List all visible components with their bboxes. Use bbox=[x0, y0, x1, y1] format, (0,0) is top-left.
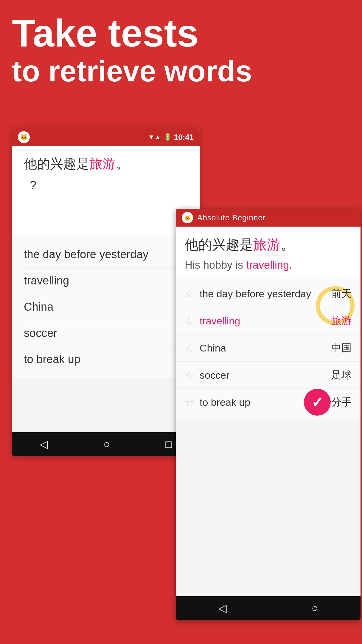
phone-left: 🐱 ▼▲ 🔋 10:41 他的兴趣是旅游。 ? the day before y… bbox=[12, 128, 200, 456]
answer-card-right: 他的兴趣是旅游。 His hobby is travelling. bbox=[176, 227, 361, 277]
star-icon-4[interactable]: ☆ bbox=[185, 369, 194, 381]
question-card-left: 他的兴趣是旅游。 ? bbox=[12, 146, 200, 236]
chinese-sentence-right: 他的兴趣是旅游。 bbox=[185, 236, 352, 254]
vocab-chinese-5: 分手 bbox=[331, 395, 352, 409]
checkmark-icon: ✓ bbox=[311, 394, 323, 411]
chinese-pre-left: 他的兴趣是 bbox=[24, 156, 89, 171]
vocab-english-2: travelling bbox=[200, 315, 325, 327]
chinese-highlight-left: 旅游 bbox=[89, 156, 116, 171]
clock-left: 10:41 bbox=[174, 133, 194, 142]
hero-line2: to retrieve words bbox=[12, 55, 350, 87]
option-2[interactable]: travelling bbox=[24, 268, 188, 294]
vocab-chinese-3: 中国 bbox=[331, 341, 352, 355]
vocab-chinese-2: 旅游 bbox=[331, 314, 352, 328]
star-icon-2[interactable]: ☆ bbox=[185, 315, 194, 327]
english-highlight: travelling bbox=[246, 259, 289, 271]
level-label: Absolute Beginner bbox=[197, 213, 265, 222]
status-bar-left: 🐱 ▼▲ 🔋 10:41 bbox=[12, 128, 200, 146]
english-post: . bbox=[289, 259, 292, 271]
vocab-item-5[interactable]: ☆ to break up ✓ 分手 bbox=[176, 389, 361, 416]
vocab-item-4[interactable]: ☆ soccer 足球 bbox=[176, 362, 361, 389]
vocab-chinese-4: 足球 bbox=[331, 368, 352, 382]
star-icon-3[interactable]: ☆ bbox=[185, 342, 194, 354]
status-icons-left: ▼▲ 🔋 10:41 bbox=[148, 133, 194, 142]
english-pre: His hobby is bbox=[185, 259, 246, 271]
vocab-item-1[interactable]: ☆ the day before yesterday 前天 bbox=[176, 280, 361, 307]
phone-right: 🐱 Absolute Beginner 他的兴趣是旅游。 His hobby i… bbox=[176, 209, 361, 620]
status-bar-right: 🐱 Absolute Beginner bbox=[176, 209, 361, 227]
vocab-english-4: soccer bbox=[200, 369, 325, 381]
app-icon-left: 🐱 bbox=[18, 131, 30, 143]
back-icon-left[interactable]: ◁ bbox=[40, 438, 48, 451]
vocab-item-2[interactable]: ☆ travelling 旅游 bbox=[176, 307, 361, 335]
vocab-list-right: ☆ the day before yesterday 前天 ☆ travelli… bbox=[176, 277, 361, 419]
app-icon-right: 🐱 bbox=[182, 212, 193, 223]
back-icon-right[interactable]: ◁ bbox=[218, 602, 227, 614]
chinese-post-left: 。 bbox=[116, 156, 129, 171]
chinese-sentence-left: 他的兴趣是旅游。 bbox=[24, 155, 188, 173]
check-circle: ✓ bbox=[304, 389, 331, 416]
chinese-highlight-right: 旅游 bbox=[253, 237, 281, 252]
english-translation-right: His hobby is travelling. bbox=[185, 259, 352, 271]
question-mark-left: ? bbox=[30, 179, 188, 192]
vocab-chinese-1: 前天 bbox=[331, 287, 352, 301]
star-icon-1[interactable]: ☆ bbox=[185, 288, 194, 300]
home-icon-right[interactable]: ○ bbox=[312, 602, 318, 614]
hero-line1: Take tests bbox=[12, 12, 350, 55]
battery-icon: 🔋 bbox=[164, 133, 172, 141]
option-4[interactable]: soccer bbox=[24, 320, 188, 346]
bottom-nav-left: ◁ ○ □ bbox=[12, 432, 200, 456]
wifi-icon: ▼▲ bbox=[148, 133, 161, 141]
answer-options-left: the day before yesterday travelling Chin… bbox=[12, 236, 200, 378]
option-3[interactable]: China bbox=[24, 294, 188, 320]
vocab-english-1: the day before yesterday bbox=[200, 288, 325, 300]
option-5[interactable]: to break up bbox=[24, 346, 188, 372]
star-icon-5[interactable]: ☆ bbox=[185, 396, 194, 408]
chinese-pre-right: 他的兴趣是 bbox=[185, 237, 253, 252]
vocab-item-3[interactable]: ☆ China 中国 bbox=[176, 335, 361, 362]
vocab-english-3: China bbox=[200, 342, 325, 354]
recent-icon-left[interactable]: □ bbox=[165, 438, 172, 451]
chinese-post-right: 。 bbox=[281, 237, 294, 252]
hero-section: Take tests to retrieve words bbox=[12, 12, 350, 87]
home-icon-left[interactable]: ○ bbox=[103, 438, 110, 451]
bottom-nav-right: ◁ ○ bbox=[176, 596, 361, 620]
option-1[interactable]: the day before yesterday bbox=[24, 242, 188, 268]
